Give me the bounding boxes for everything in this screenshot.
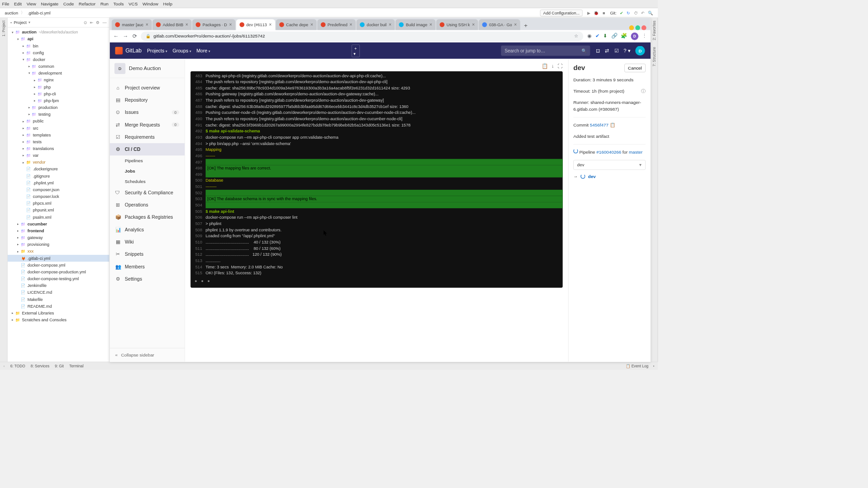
url-bar[interactable]: 🔒 gitlab.com/DeworkerPro/demo-auction/-/…	[141, 31, 584, 41]
nav-sub-pipelines[interactable]: Pipelines	[110, 155, 185, 166]
tree-item-cucumber[interactable]: ▸cucumber	[8, 221, 109, 227]
breadcrumb-project[interactable]: auction	[5, 10, 18, 15]
menu-edit[interactable]: Edit	[14, 1, 22, 6]
gitlab-topmenu[interactable]: ProjectsGroupsMore	[147, 48, 210, 53]
status-terminal[interactable]: Terminal	[69, 364, 84, 368]
gear-icon[interactable]: ⚙	[96, 20, 99, 25]
nav-project-overview[interactable]: ⌂Project overview	[110, 81, 185, 94]
topmenu-projects[interactable]: Projects	[147, 48, 167, 53]
nav-snippets[interactable]: ✂Snippets	[110, 248, 185, 260]
gutter-favorites-tab[interactable]: 2: Favorites	[652, 20, 656, 40]
job-log[interactable]: 483Pushing api-php-cli (registry.gitlab.…	[190, 71, 562, 288]
issues-icon[interactable]: ⊡	[596, 47, 600, 54]
mr-icon[interactable]: ⇄	[605, 47, 609, 54]
stop-icon[interactable]: ■	[601, 10, 607, 15]
topmenu-groups[interactable]: Groups	[173, 48, 191, 53]
status-services[interactable]: 8: Services	[31, 364, 49, 368]
tree-item-vendor[interactable]: ▸vendor	[8, 159, 109, 166]
add-configuration-button[interactable]: Add Configuration...	[540, 9, 583, 16]
tree-item-public[interactable]: ▸public	[8, 118, 109, 125]
sidebar-title[interactable]: Project	[14, 20, 27, 25]
tree-item-templates[interactable]: ▸templates	[8, 131, 109, 138]
nav-analytics[interactable]: 📊Analytics	[110, 223, 185, 235]
status-todo[interactable]: 6: TODO	[10, 364, 25, 368]
stage-select[interactable]: dev ▾	[573, 160, 646, 170]
status-lock-icon[interactable]: ▪	[653, 364, 655, 368]
log-fullscreen-icon[interactable]: ⛶	[557, 63, 562, 69]
tree-item-var[interactable]: ▸var	[8, 152, 109, 159]
tree-item-licence-md[interactable]: LICENCE.md	[8, 289, 109, 296]
hide-icon[interactable]: —	[103, 20, 107, 25]
window-max-icon[interactable]	[635, 25, 640, 30]
tree-item-development[interactable]: ▾development	[8, 70, 109, 77]
tree-item--phplint-yml[interactable]: .phplint.yml	[8, 179, 109, 186]
close-tab-icon[interactable]: ×	[389, 22, 392, 28]
log-copy-icon[interactable]: 📋	[542, 63, 548, 69]
nav-sub-jobs[interactable]: Jobs	[110, 166, 185, 176]
project-header[interactable]: D Demo Auction	[110, 59, 185, 78]
collapse-icon[interactable]: ⇤	[90, 20, 94, 25]
menu-refactor[interactable]: Refactor	[79, 1, 95, 6]
tree-item-tests[interactable]: ▸tests	[8, 138, 109, 145]
menu-run[interactable]: Run	[100, 1, 108, 6]
nav-operations[interactable]: ⊞Operations	[110, 199, 185, 211]
tree-item-common[interactable]: ▸common	[8, 63, 109, 70]
tree-item-docker-compose-production-yml[interactable]: docker-compose-production.yml	[8, 268, 109, 275]
ext-icon-3[interactable]: ⬇	[603, 33, 608, 40]
menu-vcs[interactable]: VCS	[128, 1, 137, 6]
nav-sub-schedules[interactable]: Schedules	[110, 176, 185, 187]
menu-help[interactable]: Help	[163, 1, 172, 6]
stage-job-name[interactable]: dev	[588, 174, 596, 179]
tree-item-scratches-and-consoles[interactable]: ▸Scratches and Consoles	[8, 316, 109, 323]
nav-wiki[interactable]: ▦Wiki	[110, 236, 185, 248]
menu-window[interactable]: Window	[142, 1, 158, 6]
browser-tab[interactable]: Build image×	[396, 19, 436, 30]
tree-item--dockerignore[interactable]: .dockerignore	[8, 166, 109, 173]
menu-tools[interactable]: Tools	[113, 1, 124, 6]
tree-item--gitignore[interactable]: .gitignore	[8, 173, 109, 179]
status-git[interactable]: 9: Git	[55, 364, 64, 368]
breadcrumb-file[interactable]: .gitlab-ci.yml	[28, 10, 51, 15]
tree-item-testing[interactable]: ▸testing	[8, 111, 109, 118]
close-tab-icon[interactable]: ×	[269, 22, 272, 28]
debug-icon[interactable]: 🐞	[594, 10, 599, 15]
run-icon[interactable]: ▶	[586, 10, 591, 15]
commit-sha[interactable]: 5456f477	[590, 122, 609, 127]
locate-icon[interactable]: ⊙	[84, 20, 87, 25]
tree-item-composer-lock[interactable]: composer.lock	[8, 193, 109, 200]
user-avatar[interactable]: D	[635, 46, 645, 56]
topmenu-more[interactable]: More	[196, 48, 210, 53]
browser-tab[interactable]: Packages · D×	[192, 19, 235, 30]
close-tab-icon[interactable]: ×	[229, 22, 232, 28]
window-min-icon[interactable]	[629, 25, 634, 30]
new-tab-button[interactable]: +	[521, 20, 530, 30]
tree-item-php-fpm[interactable]: ▸php-fpm	[8, 97, 109, 104]
nav-reload-icon[interactable]: ⟳	[132, 33, 137, 39]
close-tab-icon[interactable]: ×	[472, 22, 475, 28]
tree-item-makefile[interactable]: Makefile	[8, 296, 109, 303]
tree-item-jenkinsfile[interactable]: Jenkinsfile	[8, 282, 109, 289]
gutter-structure-tab[interactable]: 7: Structure	[652, 47, 656, 66]
log-scroll-down-icon[interactable]: ↓	[552, 63, 554, 69]
git-update-icon[interactable]: ↻	[627, 10, 630, 15]
browser-menu-icon[interactable]: ⋮	[642, 33, 647, 40]
gitlab-search-input[interactable]	[505, 48, 581, 53]
nav-repository[interactable]: ▤Repository	[110, 94, 185, 106]
nav-merge-requests[interactable]: ⇄Merge Requests0	[110, 118, 185, 131]
tree-item-xxx[interactable]: ▸xxx	[8, 248, 109, 255]
tree-item-gateway[interactable]: ▸gateway	[8, 234, 109, 241]
project-tree[interactable]: ▾auction~/deworker/edu/auction▾api▸bin▸c…	[8, 28, 109, 362]
ext-puzzle-icon[interactable]: 🧩	[621, 33, 627, 40]
tree-item-production[interactable]: ▸production	[8, 104, 109, 111]
nav-packages---registries[interactable]: 📦Packages & Registries	[110, 211, 185, 223]
browser-tab[interactable]: 038-GA · Go×	[479, 19, 520, 30]
tree-item--gitlab-ci-yml[interactable]: .gitlab-ci.yml	[8, 255, 109, 262]
tree-item-phpunit-xml[interactable]: phpunit.xml	[8, 207, 109, 214]
window-close-icon[interactable]	[642, 25, 646, 30]
help-icon[interactable]: ? ▾	[623, 47, 631, 54]
nav-ci---cd[interactable]: ⚙CI / CD	[110, 143, 185, 155]
menu-code[interactable]: Code	[63, 1, 74, 6]
tree-item-psalm-xml[interactable]: psalm.xml	[8, 214, 109, 221]
tree-item-php[interactable]: ▸php	[8, 84, 109, 90]
tree-item-api[interactable]: ▾api	[8, 36, 109, 42]
